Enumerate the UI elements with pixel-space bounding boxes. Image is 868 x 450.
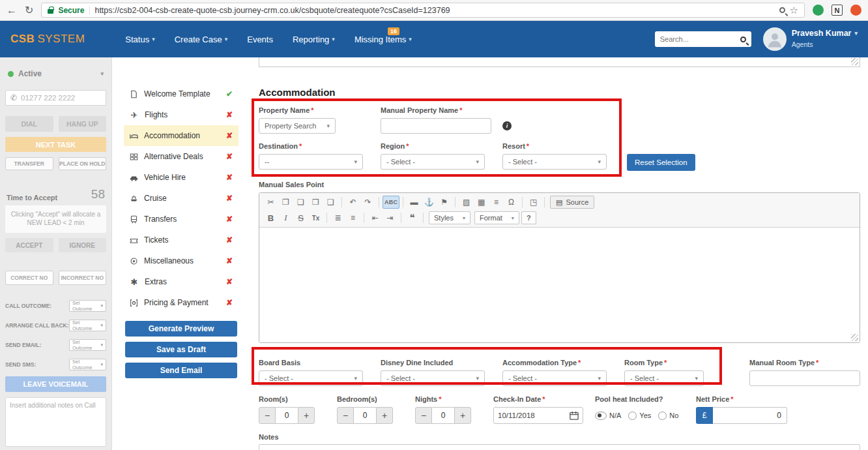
room-type-select[interactable]: - Select - ▾	[624, 370, 704, 386]
extension-icon-red[interactable]	[850, 5, 861, 16]
generate-preview-button[interactable]: Generate Preview	[125, 321, 237, 337]
transfer-button[interactable]: TRANSFER	[5, 157, 53, 170]
radio-icon[interactable]	[658, 412, 667, 420]
radio-selected-icon[interactable]	[595, 412, 607, 420]
call-notes-textarea[interactable]	[5, 397, 106, 447]
incorrect-no-button[interactable]: INCORRECT NO	[59, 271, 107, 285]
ignore-button[interactable]: IGNORE	[59, 238, 107, 252]
region-select[interactable]: - Select - ▾	[381, 154, 485, 170]
plus-icon[interactable]: +	[376, 407, 393, 424]
strikethrough-icon[interactable]: S	[293, 211, 308, 224]
plus-icon[interactable]: +	[454, 407, 471, 424]
reset-selection-button[interactable]: Reset Selection	[627, 154, 695, 171]
nights-value[interactable]	[432, 407, 454, 424]
app-logo[interactable]: CSBSYSTEM	[10, 33, 85, 46]
styles-select[interactable]: Styles ▾	[429, 211, 470, 224]
correct-no-button[interactable]: CORRECT NO	[5, 271, 53, 285]
anchor-icon[interactable]: ⚓	[422, 196, 437, 209]
flag-icon[interactable]: ⚑	[437, 196, 452, 209]
nett-price-input[interactable]	[713, 407, 787, 424]
search-icon[interactable]	[740, 37, 746, 42]
copy-icon[interactable]: ❐	[278, 196, 293, 209]
menu-item-extras[interactable]: ✱ Extras ✘	[124, 271, 239, 292]
spellcheck-button[interactable]: ABC	[383, 196, 399, 209]
resort-select[interactable]: - Select - ▾	[502, 154, 607, 170]
clipped-textarea[interactable]	[259, 57, 860, 67]
source-button[interactable]: ▤ Source	[550, 196, 594, 209]
extension-icon-green[interactable]	[813, 5, 824, 16]
plus-icon[interactable]: +	[298, 407, 315, 424]
radio-option-na[interactable]: N/A	[595, 412, 621, 420]
menu-item-pricing-payment[interactable]: Pricing & Payment ✘	[124, 292, 239, 313]
editor-content-area[interactable]	[259, 228, 860, 342]
menu-item-welcome-template[interactable]: Welcome Template ✔	[124, 83, 239, 104]
accept-button[interactable]: ACCEPT	[5, 238, 53, 252]
rooms-value[interactable]	[276, 407, 298, 424]
nav-item-create-case[interactable]: Create Case ▾	[175, 35, 228, 44]
paste-word-icon[interactable]: ❑	[323, 196, 338, 209]
nav-item-reporting[interactable]: Reporting ▾	[293, 35, 335, 44]
disney-dine-select[interactable]: - Select - ▾	[381, 370, 485, 386]
remove-format-icon[interactable]: Tx	[308, 211, 323, 224]
cut-icon[interactable]: ✂	[263, 196, 278, 209]
accommodation-type-select[interactable]: - Select - ▾	[502, 370, 607, 386]
minus-icon[interactable]: −	[259, 407, 276, 424]
indent-icon[interactable]: ⇥	[383, 211, 398, 224]
arrange-call-back-select[interactable]: Set Outcome ▾	[69, 320, 106, 331]
numbered-list-icon[interactable]: ≣	[330, 211, 345, 224]
radio-option-no[interactable]: No	[658, 412, 678, 420]
send-sms-select[interactable]: Set Outcome ▾	[69, 359, 106, 370]
user-menu[interactable]: Pravesh Kumar ▾ Agents	[763, 27, 858, 51]
maximize-icon[interactable]: ◳	[526, 196, 541, 209]
help-button[interactable]: ?	[521, 211, 536, 224]
leave-voicemail-button[interactable]: LEAVE VOICEMAIL	[5, 376, 106, 392]
place-on-hold-button[interactable]: PLACE ON HOLD	[59, 157, 107, 170]
bold-icon[interactable]: B	[263, 211, 278, 224]
manual-room-type-input[interactable]	[749, 370, 860, 386]
reload-icon[interactable]: ↻	[25, 5, 33, 16]
property-search-select[interactable]: Property Search ▾	[259, 118, 336, 134]
redo-icon[interactable]: ↷	[360, 196, 375, 209]
hang-up-button[interactable]: HANG UP	[59, 116, 107, 132]
format-select[interactable]: Format ▾	[474, 211, 519, 224]
search-input[interactable]	[660, 35, 736, 43]
menu-item-transfers[interactable]: Transfers ✘	[124, 209, 239, 230]
horizontal-rule-icon[interactable]: ≡	[489, 196, 504, 209]
menu-item-cruise[interactable]: Cruise ✘	[124, 188, 239, 209]
send-email-button[interactable]: Send Email	[125, 363, 237, 378]
zoom-icon[interactable]	[779, 7, 785, 13]
back-icon[interactable]: ←	[7, 5, 17, 16]
save-as-draft-button[interactable]: Save as Draft	[125, 342, 237, 357]
undo-icon[interactable]: ↶	[345, 196, 360, 209]
minus-icon[interactable]: −	[415, 407, 432, 424]
url-bar[interactable]: Secure https://csb2-004-csb-create-quote…	[41, 3, 805, 18]
bulleted-list-icon[interactable]: ≡	[345, 211, 360, 224]
avatar[interactable]	[763, 27, 787, 51]
table-icon[interactable]: ▦	[474, 196, 489, 209]
manual-property-name-input[interactable]	[381, 118, 491, 134]
bookmark-star-icon[interactable]: ☆	[790, 5, 798, 16]
menu-item-miscellaneous[interactable]: Miscellaneous ✘	[124, 250, 239, 271]
menu-item-flights[interactable]: ✈ Flights ✘	[124, 104, 239, 125]
hline-icon[interactable]: ▬	[407, 196, 422, 209]
call-outcome-select[interactable]: Set Outcome ▾	[69, 300, 106, 312]
menu-item-vehicle-hire[interactable]: Vehicle Hire ✘	[124, 167, 239, 188]
next-task-button[interactable]: NEXT TASK	[5, 137, 106, 152]
url-text[interactable]: https://csb2-004-csb-create-quote-csb.jo…	[94, 6, 774, 15]
nav-item-events[interactable]: Events	[247, 35, 273, 44]
blockquote-icon[interactable]: ❝	[405, 211, 420, 224]
menu-item-accommodation[interactable]: Accommodation ✘	[124, 125, 239, 146]
resize-grip-icon[interactable]	[851, 334, 858, 341]
check-in-date-input[interactable]	[498, 412, 570, 419]
bedrooms-value[interactable]	[354, 407, 376, 424]
calendar-icon[interactable]	[570, 411, 579, 420]
radio-option-yes[interactable]: Yes	[628, 412, 651, 420]
info-icon[interactable]: i	[502, 121, 512, 130]
nav-item-missing-items[interactable]: 16 Missing Items ▾	[354, 35, 412, 44]
agent-status-dropdown[interactable]: Active ▾	[5, 65, 106, 82]
resize-grip-icon[interactable]	[851, 58, 858, 65]
global-search[interactable]	[655, 31, 751, 47]
menu-item-tickets[interactable]: Tickets ✘	[124, 230, 239, 250]
board-basis-select[interactable]: - Select - ▾	[259, 370, 363, 386]
outdent-icon[interactable]: ⇤	[368, 211, 383, 224]
